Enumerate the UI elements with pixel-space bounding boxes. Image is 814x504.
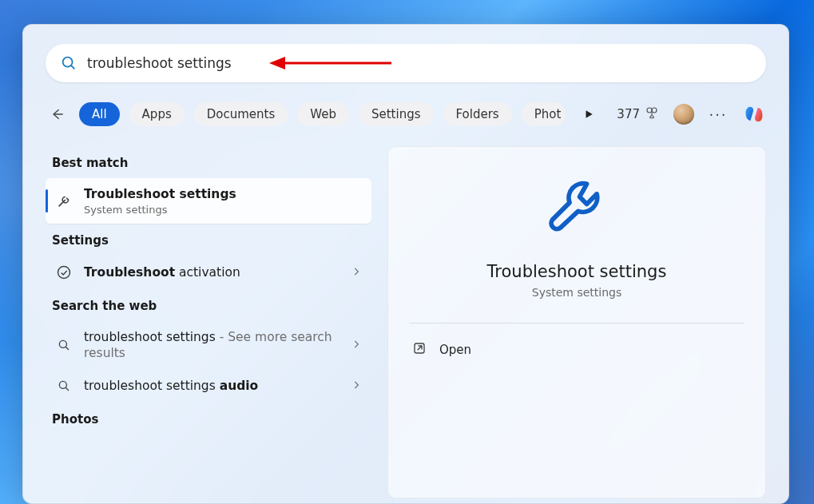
- svg-line-1: [71, 65, 74, 69]
- result-settings-activation[interactable]: Troubleshoot activation: [46, 256, 371, 289]
- section-photos-label: Photos: [46, 403, 371, 435]
- filter-pill-documents[interactable]: Documents: [194, 102, 288, 126]
- result-web-2-pre: troubleshoot settings: [84, 379, 220, 393]
- section-settings-label: Settings: [46, 224, 371, 256]
- section-web-label: Search the web: [46, 289, 371, 321]
- trophy-icon: [645, 105, 659, 123]
- preview-subtitle: System settings: [532, 286, 622, 299]
- filter-pill-folders[interactable]: Folders: [443, 102, 512, 126]
- filter-pill-web[interactable]: Web: [297, 102, 349, 126]
- section-best-match-label: Best match: [46, 146, 371, 178]
- result-settings-bold: Troubleshoot: [84, 265, 175, 280]
- filter-row: All Apps Documents Web Settings Folders …: [23, 97, 788, 132]
- wrench-icon: [55, 192, 73, 210]
- svg-line-14: [418, 346, 422, 350]
- best-match-title: Troubleshoot settings: [84, 187, 236, 201]
- best-match-subtitle: System settings: [84, 204, 362, 216]
- search-icon-small: [55, 377, 73, 395]
- filter-pill-all[interactable]: All: [79, 102, 120, 126]
- search-window: All Apps Documents Web Settings Folders …: [22, 24, 789, 504]
- rewards-points[interactable]: 377: [617, 105, 659, 123]
- result-web-seemore[interactable]: troubleshoot settings - See more search …: [46, 321, 371, 369]
- filter-pill-photos[interactable]: Phot: [522, 102, 566, 126]
- result-web-1-bold: troubleshoot settings: [84, 330, 216, 344]
- preview-title: Troubleshoot settings: [487, 262, 667, 281]
- svg-line-10: [66, 347, 69, 351]
- svg-point-11: [59, 382, 66, 389]
- rewards-points-value: 377: [617, 107, 640, 121]
- search-bar[interactable]: [46, 44, 766, 82]
- copilot-button[interactable]: [742, 102, 766, 126]
- wrench-large-icon: [542, 173, 611, 244]
- open-external-icon: [412, 341, 427, 359]
- filters-scroll-right[interactable]: [578, 104, 599, 125]
- results-panel: Best match Troubleshoot settings System …: [46, 146, 371, 498]
- open-label: Open: [439, 343, 471, 357]
- search-input[interactable]: [87, 55, 752, 71]
- result-web-audio[interactable]: troubleshoot settings audio: [46, 369, 371, 403]
- chevron-right-icon: [351, 338, 362, 353]
- svg-line-12: [66, 388, 69, 391]
- search-icon: [60, 54, 77, 72]
- svg-point-8: [58, 267, 70, 279]
- svg-point-6: [647, 108, 652, 113]
- filter-pill-apps[interactable]: Apps: [129, 102, 185, 126]
- result-web-2-bold: audio: [220, 379, 259, 393]
- filter-pill-settings[interactable]: Settings: [359, 102, 434, 126]
- open-action[interactable]: Open: [409, 323, 745, 376]
- more-options[interactable]: ···: [709, 106, 728, 123]
- check-circle-icon: [55, 264, 73, 281]
- svg-point-0: [63, 58, 73, 67]
- svg-point-9: [59, 341, 66, 348]
- svg-point-7: [652, 108, 657, 113]
- chevron-right-icon: [351, 379, 362, 394]
- search-icon-small: [55, 336, 73, 354]
- svg-marker-5: [586, 110, 593, 117]
- back-button[interactable]: [46, 102, 69, 126]
- chevron-right-icon: [351, 265, 362, 280]
- result-best-match[interactable]: Troubleshoot settings System settings: [46, 178, 371, 224]
- preview-panel: Troubleshoot settings System settings Op…: [387, 146, 766, 498]
- result-settings-rest: activation: [175, 265, 240, 280]
- user-avatar[interactable]: [673, 104, 694, 125]
